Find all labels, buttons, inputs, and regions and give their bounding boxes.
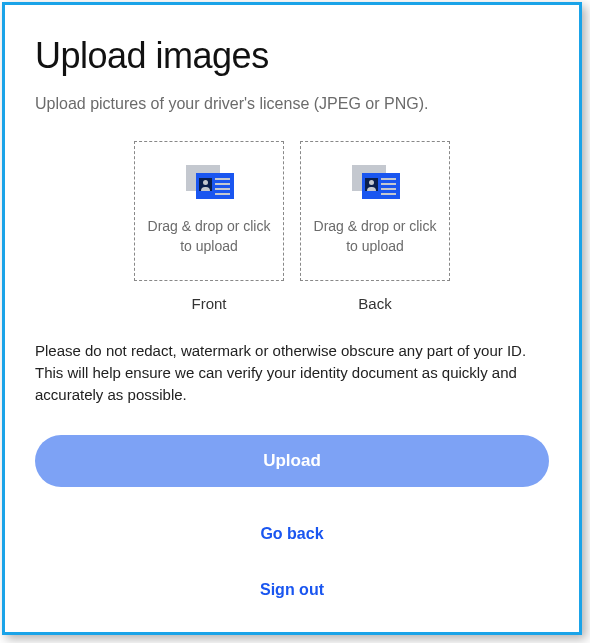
dropzone-row: Drag & drop or click to upload Front Dra…: [35, 141, 549, 312]
dropzone-back-wrap: Drag & drop or click to upload Back: [300, 141, 450, 312]
sign-out-button[interactable]: Sign out: [35, 573, 549, 607]
dropzone-back-label: Back: [358, 295, 391, 312]
dropzone-back[interactable]: Drag & drop or click to upload: [300, 141, 450, 281]
upload-images-panel: Upload images Upload pictures of your dr…: [2, 2, 582, 635]
dropzone-front-hint: Drag & drop or click to upload: [145, 217, 273, 256]
dropzone-front-label: Front: [191, 295, 226, 312]
upload-button[interactable]: Upload: [35, 435, 549, 487]
go-back-button[interactable]: Go back: [35, 517, 549, 551]
dropzone-front[interactable]: Drag & drop or click to upload: [134, 141, 284, 281]
id-card-icon: [350, 165, 400, 203]
helper-text: Please do not redact, watermark or other…: [35, 340, 549, 405]
id-card-icon: [184, 165, 234, 203]
page-subtitle: Upload pictures of your driver's license…: [35, 95, 549, 113]
page-title: Upload images: [35, 35, 549, 77]
dropzone-back-hint: Drag & drop or click to upload: [311, 217, 439, 256]
dropzone-front-wrap: Drag & drop or click to upload Front: [134, 141, 284, 312]
